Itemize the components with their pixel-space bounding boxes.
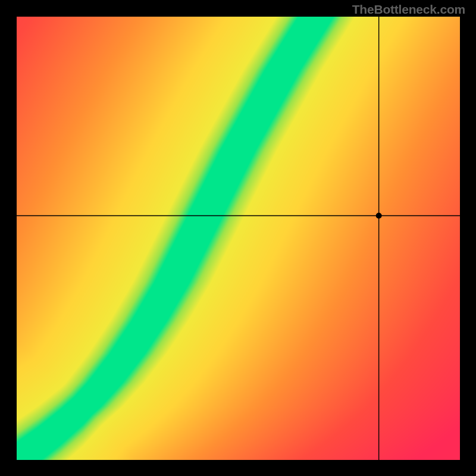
heatmap-canvas (0, 0, 476, 476)
bottleneck-heatmap: TheBottleneck.com (0, 0, 476, 476)
watermark-text: TheBottleneck.com (352, 2, 465, 17)
